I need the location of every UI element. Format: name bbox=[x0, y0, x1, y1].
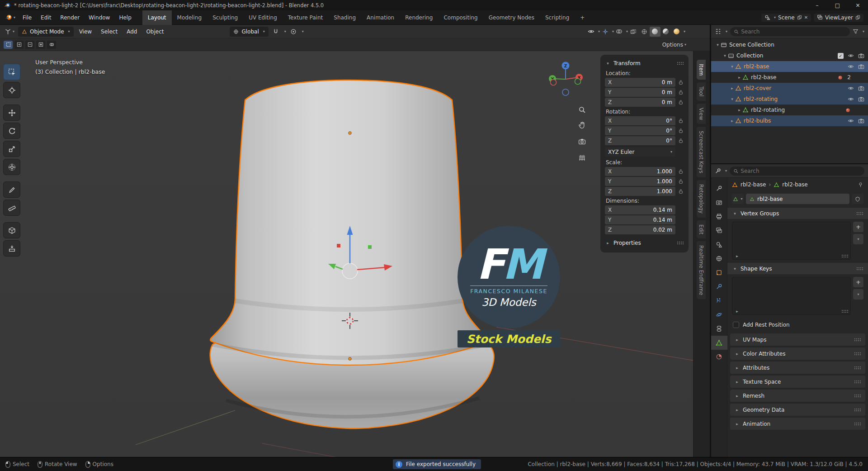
shape-key-specials-button[interactable]: ▾ bbox=[853, 289, 863, 300]
expand-arrow-icon[interactable]: ▸ bbox=[605, 241, 611, 245]
add-vertex-group-button[interactable]: + bbox=[853, 222, 863, 232]
list-resize-grip-icon[interactable] bbox=[841, 309, 849, 313]
menu-render[interactable]: Render bbox=[56, 10, 84, 25]
properties-tab-material[interactable] bbox=[711, 350, 727, 364]
overlays-toggle[interactable] bbox=[614, 27, 625, 37]
pin-icon[interactable] bbox=[858, 182, 863, 188]
unlink-scene-icon[interactable]: ✕ bbox=[804, 15, 808, 20]
workspace-tab-texture-paint[interactable]: Texture Paint bbox=[283, 10, 328, 25]
workspace-tab-geometry-nodes[interactable]: Geometry Nodes bbox=[483, 10, 540, 25]
add-workspace-button[interactable]: + bbox=[575, 10, 590, 25]
lock-icon[interactable] bbox=[678, 90, 684, 95]
outliner-row-scene-collection[interactable]: ▾ Scene Collection bbox=[711, 39, 868, 50]
proportional-options-chevron-icon[interactable]: ▾ bbox=[302, 29, 304, 33]
select-mode-subtract-button[interactable] bbox=[25, 41, 34, 49]
collapse-arrow-icon[interactable]: ▾ bbox=[715, 43, 721, 47]
vertex-group-specials-button[interactable]: ▾ bbox=[853, 234, 863, 244]
navigation-gizmo[interactable]: Z Y X bbox=[546, 60, 585, 99]
new-viewlayer-icon[interactable] bbox=[855, 15, 860, 20]
blender-app-menu[interactable]: ▾ bbox=[0, 14, 18, 21]
select-mode-new-button[interactable] bbox=[4, 41, 13, 49]
tool-transform[interactable] bbox=[3, 159, 20, 175]
breadcrumb-data[interactable]: rbl2-base bbox=[782, 181, 807, 188]
panel-geometry-data[interactable]: ▸ Geometry Data bbox=[730, 404, 865, 416]
menu-edit[interactable]: Edit bbox=[36, 10, 56, 25]
lock-icon[interactable] bbox=[678, 80, 684, 85]
chevron-down-icon[interactable]: ▾ bbox=[863, 29, 864, 33]
tool-annotate[interactable] bbox=[3, 181, 20, 198]
beacon-cover-object[interactable] bbox=[210, 80, 489, 365]
shape-keys-panel-header[interactable]: ▾ Shape Keys bbox=[727, 262, 868, 274]
collapse-arrow-icon[interactable]: ▾ bbox=[729, 64, 735, 69]
lock-icon[interactable] bbox=[678, 128, 684, 133]
properties-search-input[interactable] bbox=[741, 168, 861, 174]
eye-icon[interactable] bbox=[848, 118, 854, 124]
panel-color-attributes[interactable]: ▸ Color Attributes bbox=[730, 347, 865, 360]
list-resize-grip-icon[interactable] bbox=[841, 254, 849, 258]
menu-file[interactable]: File bbox=[18, 10, 36, 25]
minimize-button[interactable]: – bbox=[807, 0, 827, 10]
shading-solid-button[interactable] bbox=[650, 27, 660, 37]
camera-icon[interactable] bbox=[858, 85, 864, 91]
properties-tab-particles[interactable] bbox=[711, 294, 727, 308]
location-x-field[interactable]: X0 m bbox=[605, 78, 675, 87]
mode-dropdown[interactable]: Object Mode ▾ bbox=[18, 27, 74, 37]
workspace-tab-shading[interactable]: Shading bbox=[328, 10, 361, 25]
n-tab-retopology[interactable]: Retopology bbox=[697, 180, 706, 218]
outliner-row-rbl2-cover[interactable]: ▸ rbl2-cover bbox=[711, 83, 868, 94]
tool-interactive-add[interactable] bbox=[3, 240, 20, 257]
properties-tab-world[interactable] bbox=[711, 252, 727, 266]
workspace-tab-uv-editing[interactable]: UV Editing bbox=[243, 10, 283, 25]
viewport-options-dropdown[interactable]: Options ▾ bbox=[662, 42, 686, 48]
new-scene-icon[interactable] bbox=[797, 15, 802, 20]
lock-icon[interactable] bbox=[678, 179, 684, 184]
properties-editor-icon[interactable] bbox=[715, 168, 721, 174]
viewport-3d[interactable]: ▾ Object Mode ▾ View Select Add Object G… bbox=[0, 25, 710, 457]
workspace-tab-animation[interactable]: Animation bbox=[361, 10, 400, 25]
shading-material-button[interactable] bbox=[660, 27, 671, 37]
n-tab-tool[interactable]: Tool bbox=[697, 82, 706, 100]
properties-tab-constraints[interactable] bbox=[711, 322, 727, 336]
rotation-z-field[interactable]: Z0° bbox=[605, 136, 675, 145]
panel-uv-maps[interactable]: ▸ UV Maps bbox=[730, 333, 865, 346]
pan-view-button[interactable] bbox=[575, 118, 589, 132]
tool-cursor[interactable] bbox=[3, 82, 20, 98]
add-rest-position-row[interactable]: Add Rest Position bbox=[727, 318, 868, 332]
mesh-name-input[interactable] bbox=[757, 196, 846, 202]
gizmos-toggle[interactable] bbox=[600, 27, 611, 37]
snap-toggle[interactable] bbox=[270, 27, 281, 37]
properties-subpanel-title[interactable]: Properties bbox=[613, 240, 641, 246]
gizmo-plane-handle-red[interactable] bbox=[337, 244, 340, 247]
expand-arrow-icon[interactable]: ▸ bbox=[729, 119, 735, 123]
properties-tab-object-data[interactable] bbox=[711, 336, 727, 350]
tool-select-box[interactable] bbox=[3, 64, 20, 80]
properties-tab-output[interactable] bbox=[711, 209, 727, 224]
scene-selector[interactable]: ▾ Scene ✕ bbox=[761, 14, 811, 22]
n-tab-view[interactable]: View bbox=[697, 104, 706, 124]
shading-options-chevron-icon[interactable]: ▾ bbox=[684, 29, 685, 33]
outliner-row-rbl2-bulbs[interactable]: ▸ rbl2-bulbs bbox=[711, 115, 868, 126]
collapse-arrow-icon[interactable]: ▾ bbox=[605, 61, 611, 66]
vertex-groups-panel-header[interactable]: ▾ Vertex Groups bbox=[727, 207, 868, 219]
nav-axis-y-negative[interactable] bbox=[575, 79, 581, 85]
properties-tab-render[interactable] bbox=[711, 195, 727, 209]
add-rest-position-checkbox[interactable] bbox=[733, 322, 739, 328]
panel-attributes[interactable]: ▸ Attributes bbox=[730, 362, 865, 374]
dimensions-y-field[interactable]: Y0.14 m bbox=[605, 215, 675, 224]
outliner-editor-icon[interactable] bbox=[715, 28, 722, 35]
menu-viewport-add[interactable]: Add bbox=[123, 29, 141, 35]
workspace-tab-modeling[interactable]: Modeling bbox=[172, 10, 208, 25]
outliner-row-rbl2-base-mesh[interactable]: ▸ rbl2-base 2 bbox=[711, 72, 868, 83]
select-mode-invert-button[interactable] bbox=[36, 41, 45, 49]
outliner-row-collection[interactable]: ▾ Collection ✓ bbox=[711, 50, 868, 61]
tool-measure[interactable] bbox=[3, 200, 20, 216]
properties-tab-tool[interactable] bbox=[711, 181, 727, 195]
scale-z-field[interactable]: Z1.000 bbox=[605, 187, 675, 196]
mesh-name-field[interactable] bbox=[746, 194, 849, 204]
shading-rendered-button[interactable] bbox=[671, 27, 682, 37]
select-mode-intersect-button[interactable] bbox=[47, 41, 56, 49]
workspace-tab-rendering[interactable]: Rendering bbox=[400, 10, 438, 25]
vertex-groups-list[interactable]: ▸ bbox=[732, 222, 851, 260]
workspace-tab-scripting[interactable]: Scripting bbox=[540, 10, 575, 25]
n-tab-edit[interactable]: Edit bbox=[697, 220, 706, 238]
